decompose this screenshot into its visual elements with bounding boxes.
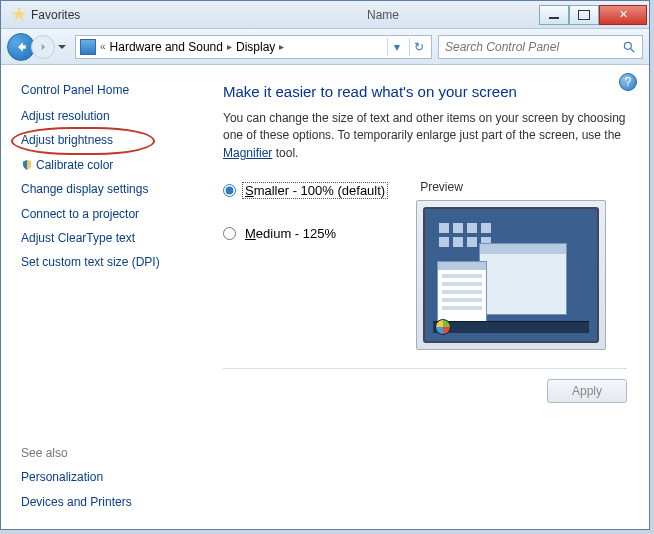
scaling-options-row: Smaller - 100% (default) Medium - 125% P…	[223, 180, 627, 350]
column-header-name: Name	[367, 8, 399, 22]
sidebar-link-change-display-settings[interactable]: Change display settings	[21, 182, 187, 196]
sidebar: Control Panel Home Adjust resolution Adj…	[1, 65, 201, 529]
search-input[interactable]	[445, 40, 622, 54]
sidebar-home-link[interactable]: Control Panel Home	[21, 83, 187, 97]
option-medium[interactable]: Medium - 125%	[223, 225, 388, 242]
control-panel-window: Favorites Name « Hardware and Sound ▸ Di…	[0, 0, 650, 530]
preview-window-back	[479, 243, 567, 315]
apply-button[interactable]: Apply	[547, 379, 627, 403]
option-smaller-label: Smaller - 100% (default)	[242, 182, 388, 199]
sidebar-link-custom-text-size[interactable]: Set custom text size (DPI)	[21, 255, 187, 269]
preview-monitor	[423, 207, 599, 343]
main-panel: ? Make it easier to read what's on your …	[201, 65, 649, 529]
search-box[interactable]	[438, 35, 643, 59]
magnifier-link[interactable]: Magnifier	[223, 146, 272, 160]
navigation-bar: « Hardware and Sound ▸ Display ▸ ▾ ↻	[1, 29, 649, 65]
titlebar-left: Favorites	[1, 8, 80, 22]
radio-medium[interactable]	[223, 227, 236, 240]
help-button[interactable]: ?	[619, 73, 637, 91]
page-description: You can change the size of text and othe…	[223, 110, 627, 162]
favorites-label: Favorites	[31, 8, 80, 22]
close-button[interactable]	[599, 5, 647, 25]
svg-line-1	[631, 48, 635, 52]
minimize-button[interactable]	[539, 5, 569, 25]
forward-button[interactable]	[31, 35, 55, 59]
option-medium-label: Medium - 125%	[242, 225, 339, 242]
option-smaller[interactable]: Smaller - 100% (default)	[223, 182, 388, 199]
see-also-label: See also	[21, 446, 187, 460]
preview-image	[416, 200, 606, 350]
shield-icon	[21, 159, 33, 171]
sidebar-link-adjust-cleartype[interactable]: Adjust ClearType text	[21, 231, 187, 245]
breadcrumb-segment-2[interactable]: Display	[236, 40, 275, 54]
preview-window-front	[437, 261, 487, 327]
control-panel-icon	[80, 39, 96, 55]
sidebar-link-adjust-brightness[interactable]: Adjust brightness	[21, 133, 187, 147]
sidebar-link-devices-printers[interactable]: Devices and Printers	[21, 495, 187, 509]
nav-buttons	[7, 33, 69, 61]
chevron-right-icon: ▸	[227, 41, 232, 52]
breadcrumb-prefix: «	[100, 41, 106, 52]
preview-section: Preview	[416, 180, 606, 350]
search-icon	[622, 40, 636, 54]
maximize-button[interactable]	[569, 5, 599, 25]
sidebar-link-adjust-resolution[interactable]: Adjust resolution	[21, 109, 187, 123]
sidebar-link-connect-projector[interactable]: Connect to a projector	[21, 207, 187, 221]
sidebar-link-personalization[interactable]: Personalization	[21, 470, 187, 484]
refresh-button[interactable]: ↻	[409, 38, 427, 56]
preview-label: Preview	[416, 180, 606, 194]
sidebar-bottom: See also Personalization Devices and Pri…	[21, 446, 187, 519]
scaling-options: Smaller - 100% (default) Medium - 125%	[223, 180, 388, 350]
window-controls	[539, 5, 647, 25]
page-title: Make it easier to read what's on your sc…	[223, 83, 627, 100]
favorites-star-icon	[11, 8, 27, 22]
addr-dropdown-icon[interactable]: ▾	[387, 38, 405, 56]
apply-row: Apply	[223, 379, 627, 403]
svg-point-0	[624, 42, 631, 49]
sidebar-link-calibrate-color[interactable]: Calibrate color	[21, 158, 187, 172]
divider	[223, 368, 627, 369]
chevron-right-icon: ▸	[279, 41, 284, 52]
breadcrumb-segment-1[interactable]: Hardware and Sound	[110, 40, 223, 54]
radio-smaller[interactable]	[223, 184, 236, 197]
address-bar[interactable]: « Hardware and Sound ▸ Display ▸ ▾ ↻	[75, 35, 432, 59]
history-dropdown[interactable]	[55, 36, 69, 58]
window-titlebar: Favorites Name	[1, 1, 649, 29]
content-area: Control Panel Home Adjust resolution Adj…	[1, 65, 649, 529]
preview-taskbar	[433, 321, 589, 333]
